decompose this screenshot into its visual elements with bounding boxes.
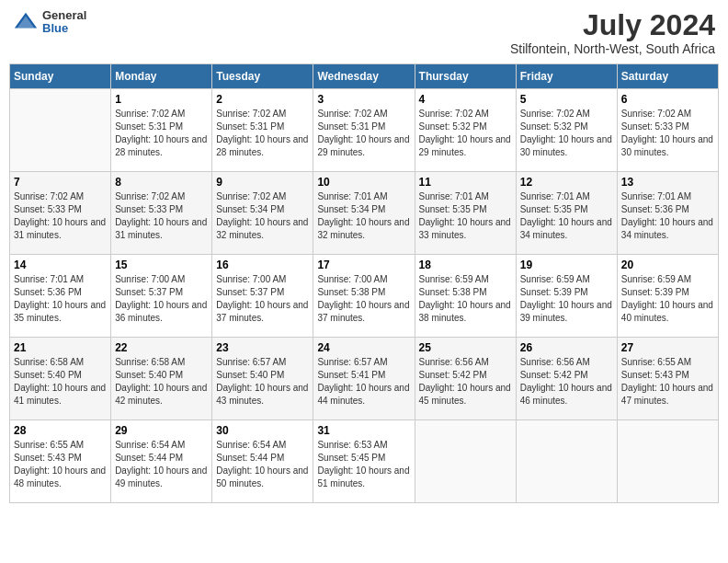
logo-blue-label: Blue [42,22,86,35]
day-number: 18 [419,259,512,271]
day-number: 30 [216,424,309,437]
calendar-cell: 10 Sunrise: 7:01 AMSunset: 5:34 PMDaylig… [313,172,415,255]
day-number: 3 [317,93,410,106]
calendar-cell: 11 Sunrise: 7:01 AMSunset: 5:35 PMDaylig… [415,172,516,255]
day-info: Sunrise: 6:54 AMSunset: 5:44 PMDaylight:… [216,440,308,488]
calendar-cell: 18 Sunrise: 6:59 AMSunset: 5:38 PMDaylig… [415,255,516,338]
calendar-cell: 8 Sunrise: 7:02 AMSunset: 5:33 PMDayligh… [111,172,212,255]
calendar-cell: 7 Sunrise: 7:02 AMSunset: 5:33 PMDayligh… [10,172,111,255]
day-info: Sunrise: 7:02 AMSunset: 5:34 PMDaylight:… [216,191,308,240]
day-header-wednesday: Wednesday [313,64,415,89]
month-title: July 2024 [510,9,715,41]
day-info: Sunrise: 6:59 AMSunset: 5:39 PMDaylight:… [520,274,612,323]
day-number: 17 [317,259,410,271]
day-number: 8 [115,176,208,189]
header: General Blue July 2024 Stilfontein, Nort… [9,9,719,56]
day-number: 22 [115,341,208,354]
calendar-cell: 9 Sunrise: 7:02 AMSunset: 5:34 PMDayligh… [212,172,313,255]
day-number: 25 [419,341,512,354]
day-number: 12 [520,176,613,189]
calendar-cell: 30 Sunrise: 6:54 AMSunset: 5:44 PMDaylig… [212,420,313,503]
day-info: Sunrise: 6:55 AMSunset: 5:43 PMDaylight:… [621,357,713,406]
day-header-monday: Monday [111,64,212,89]
calendar-cell: 1 Sunrise: 7:02 AMSunset: 5:31 PMDayligh… [111,89,212,172]
day-number: 11 [419,176,512,189]
calendar-cell: 23 Sunrise: 6:57 AMSunset: 5:40 PMDaylig… [212,338,313,420]
calendar-cell: 21 Sunrise: 6:58 AMSunset: 5:40 PMDaylig… [10,338,111,420]
day-header-saturday: Saturday [617,64,718,89]
day-info: Sunrise: 6:56 AMSunset: 5:42 PMDaylight:… [520,357,612,406]
calendar-cell: 16 Sunrise: 7:00 AMSunset: 5:37 PMDaylig… [212,255,313,338]
day-header-tuesday: Tuesday [212,64,313,89]
day-info: Sunrise: 7:02 AMSunset: 5:33 PMDaylight:… [14,191,106,240]
calendar-cell: 25 Sunrise: 6:56 AMSunset: 5:42 PMDaylig… [415,338,516,420]
day-number: 31 [317,424,410,437]
location-title: Stilfontein, North-West, South Africa [510,41,715,56]
calendar-cell: 13 Sunrise: 7:01 AMSunset: 5:36 PMDaylig… [617,172,718,255]
day-number: 15 [115,259,208,271]
logo-general-label: General [42,9,86,22]
day-number: 26 [520,341,613,354]
day-info: Sunrise: 7:02 AMSunset: 5:31 PMDaylight:… [115,109,207,157]
day-number: 6 [621,93,714,106]
calendar-cell [10,89,111,172]
day-number: 24 [317,341,410,354]
day-info: Sunrise: 6:57 AMSunset: 5:40 PMDaylight:… [216,357,308,406]
calendar-cell: 24 Sunrise: 6:57 AMSunset: 5:41 PMDaylig… [313,338,415,420]
calendar-cell [415,420,516,503]
day-info: Sunrise: 7:00 AMSunset: 5:37 PMDaylight:… [216,274,308,323]
day-info: Sunrise: 6:54 AMSunset: 5:44 PMDaylight:… [115,440,207,488]
logo-text: General Blue [42,9,86,36]
week-row-1: 1 Sunrise: 7:02 AMSunset: 5:31 PMDayligh… [10,89,719,172]
day-number: 20 [621,259,714,271]
day-info: Sunrise: 6:59 AMSunset: 5:39 PMDaylight:… [621,274,713,323]
day-number: 16 [216,259,309,271]
logo-icon [13,9,39,35]
calendar-cell: 29 Sunrise: 6:54 AMSunset: 5:44 PMDaylig… [111,420,212,503]
day-info: Sunrise: 6:58 AMSunset: 5:40 PMDaylight:… [14,357,106,406]
calendar-cell: 5 Sunrise: 7:02 AMSunset: 5:32 PMDayligh… [516,89,617,172]
day-number: 14 [14,259,107,271]
day-number: 5 [520,93,613,106]
week-row-3: 14 Sunrise: 7:01 AMSunset: 5:36 PMDaylig… [10,255,719,338]
day-info: Sunrise: 6:57 AMSunset: 5:41 PMDaylight:… [317,357,409,406]
day-info: Sunrise: 6:53 AMSunset: 5:45 PMDaylight:… [317,440,409,488]
day-number: 10 [317,176,410,189]
day-number: 4 [419,93,512,106]
week-row-5: 28 Sunrise: 6:55 AMSunset: 5:43 PMDaylig… [10,420,719,503]
day-number: 21 [14,341,107,354]
day-number: 29 [115,424,208,437]
calendar-cell: 26 Sunrise: 6:56 AMSunset: 5:42 PMDaylig… [516,338,617,420]
calendar-table: SundayMondayTuesdayWednesdayThursdayFrid… [9,63,719,503]
day-info: Sunrise: 7:00 AMSunset: 5:37 PMDaylight:… [115,274,207,323]
calendar-cell: 19 Sunrise: 6:59 AMSunset: 5:39 PMDaylig… [516,255,617,338]
day-info: Sunrise: 7:02 AMSunset: 5:33 PMDaylight:… [621,109,713,157]
day-info: Sunrise: 7:02 AMSunset: 5:32 PMDaylight:… [419,109,511,157]
day-number: 7 [14,176,107,189]
calendar-cell: 15 Sunrise: 7:00 AMSunset: 5:37 PMDaylig… [111,255,212,338]
day-info: Sunrise: 6:58 AMSunset: 5:40 PMDaylight:… [115,357,207,406]
calendar-cell: 20 Sunrise: 6:59 AMSunset: 5:39 PMDaylig… [617,255,718,338]
calendar-cell: 14 Sunrise: 7:01 AMSunset: 5:36 PMDaylig… [10,255,111,338]
day-header-friday: Friday [516,64,617,89]
day-info: Sunrise: 7:02 AMSunset: 5:32 PMDaylight:… [520,109,612,157]
calendar-cell [516,420,617,503]
day-number: 2 [216,93,309,106]
week-row-4: 21 Sunrise: 6:58 AMSunset: 5:40 PMDaylig… [10,338,719,420]
calendar-cell: 22 Sunrise: 6:58 AMSunset: 5:40 PMDaylig… [111,338,212,420]
calendar-cell: 27 Sunrise: 6:55 AMSunset: 5:43 PMDaylig… [617,338,718,420]
day-info: Sunrise: 6:59 AMSunset: 5:38 PMDaylight:… [419,274,511,323]
day-info: Sunrise: 6:55 AMSunset: 5:43 PMDaylight:… [14,440,106,488]
day-info: Sunrise: 7:01 AMSunset: 5:35 PMDaylight:… [520,191,612,240]
calendar-cell: 2 Sunrise: 7:02 AMSunset: 5:31 PMDayligh… [212,89,313,172]
calendar-cell: 12 Sunrise: 7:01 AMSunset: 5:35 PMDaylig… [516,172,617,255]
calendar-cell: 17 Sunrise: 7:00 AMSunset: 5:38 PMDaylig… [313,255,415,338]
calendar-cell: 28 Sunrise: 6:55 AMSunset: 5:43 PMDaylig… [10,420,111,503]
day-info: Sunrise: 7:02 AMSunset: 5:33 PMDaylight:… [115,191,207,240]
day-info: Sunrise: 7:01 AMSunset: 5:36 PMDaylight:… [621,191,713,240]
logo: General Blue [13,9,86,36]
day-info: Sunrise: 6:56 AMSunset: 5:42 PMDaylight:… [419,357,511,406]
day-info: Sunrise: 7:01 AMSunset: 5:36 PMDaylight:… [14,274,106,323]
day-header-sunday: Sunday [10,64,111,89]
day-info: Sunrise: 7:01 AMSunset: 5:35 PMDaylight:… [419,191,511,240]
